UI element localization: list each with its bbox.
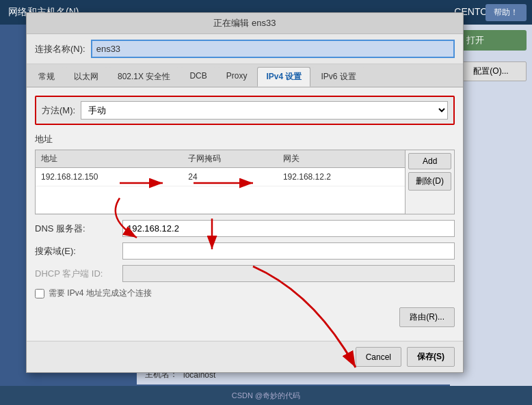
method-row: 方法(M): 手动	[35, 96, 455, 125]
table-empty-row	[36, 186, 405, 214]
watermark-bar: CSDN @奇妙的代码	[0, 386, 532, 405]
method-label: 方法(M):	[42, 104, 75, 117]
tab-ipv6[interactable]: IPv6 设置	[312, 67, 364, 87]
tab-8021x[interactable]: 802.1X 安全性	[109, 67, 179, 87]
ipv4-required-label: 需要 IPv4 地址完成这个连接	[49, 288, 152, 299]
connection-name-label: 连接名称(N):	[35, 43, 85, 55]
dialog-footer: Cancel 保存(S)	[27, 341, 463, 372]
save-button[interactable]: 保存(S)	[407, 347, 455, 367]
connection-name-row: 连接名称(N):	[27, 34, 463, 64]
route-button[interactable]: 路由(R)...	[399, 307, 455, 327]
tab-dcb[interactable]: DCB	[181, 67, 215, 87]
address-table-container: 地址 子网掩码 网关 192.168.12.150 24 192.168.12.…	[35, 150, 455, 214]
dhcp-label: DHCP 客户端 ID:	[35, 268, 117, 280]
dns-label: DNS 服务器:	[35, 223, 117, 235]
dns-row: DNS 服务器:	[35, 220, 455, 237]
tab-proxy[interactable]: Proxy	[217, 67, 256, 87]
config-button[interactable]: 配置(O)...	[455, 61, 527, 81]
search-row: 搜索域(E):	[35, 242, 455, 260]
dhcp-row: DHCP 客户端 ID:	[35, 265, 455, 282]
table-row: 192.168.12.150 24 192.168.12.2	[36, 168, 405, 186]
ipv4-required-checkbox[interactable]	[35, 289, 44, 298]
open-button[interactable]: 打开	[455, 30, 527, 51]
col-address: 地址	[36, 150, 183, 168]
cell-gateway: 192.168.12.2	[278, 168, 405, 186]
cell-address: 192.168.12.150	[36, 168, 183, 186]
search-label: 搜索域(E):	[35, 245, 117, 257]
checkbox-row: 需要 IPv4 地址完成这个连接	[35, 288, 455, 299]
cancel-button[interactable]: Cancel	[356, 347, 401, 367]
dialog-content: 方法(M): 手动 地址 地址 子网掩码 网关 192.168.12.150	[27, 87, 463, 341]
tab-general[interactable]: 常规	[29, 67, 64, 87]
cell-subnet: 24	[183, 168, 278, 186]
help-button[interactable]: 帮助！	[486, 4, 527, 21]
tabs-row: 常规 以太网 802.1X 安全性 DCB Proxy IPv4 设置 IPv6…	[27, 64, 463, 87]
tab-ipv4[interactable]: IPv4 设置	[257, 67, 310, 87]
dhcp-input	[122, 265, 455, 282]
add-button[interactable]: Add	[408, 153, 451, 169]
tab-ethernet[interactable]: 以太网	[65, 67, 107, 87]
connection-name-input[interactable]	[91, 40, 455, 58]
route-btn-row: 路由(R)...	[35, 307, 455, 327]
search-input[interactable]	[122, 242, 455, 260]
dialog-title: 正在编辑 ens33	[27, 13, 463, 34]
address-section-title: 地址	[35, 133, 455, 145]
watermark-text: CSDN @奇妙的代码	[232, 391, 300, 401]
method-select[interactable]: 手动	[81, 101, 448, 120]
dns-input[interactable]	[122, 220, 455, 237]
col-subnet: 子网掩码	[183, 150, 278, 168]
col-gateway: 网关	[278, 150, 405, 168]
address-table: 地址 子网掩码 网关 192.168.12.150 24 192.168.12.…	[36, 150, 405, 214]
delete-button[interactable]: 删除(D)	[408, 172, 451, 191]
edit-dialog: 正在编辑 ens33 连接名称(N): 常规 以太网 802.1X 安全性 DC…	[26, 12, 464, 373]
address-buttons: Add 删除(D)	[405, 150, 454, 214]
